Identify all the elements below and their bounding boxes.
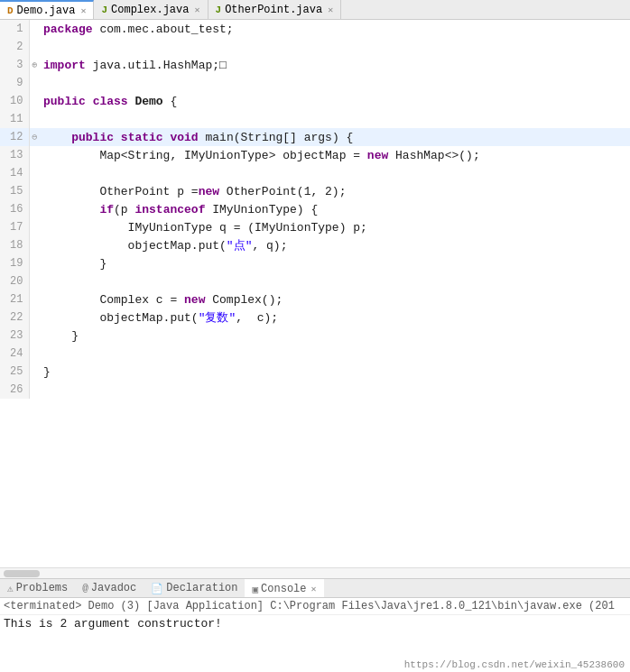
code-scroll-area[interactable]: 1package com.mec.about_test;23⊕import ja…: [0, 20, 630, 567]
java-file-icon: D: [7, 5, 14, 16]
close-icon[interactable]: ✕: [311, 584, 317, 594]
code-line: package com.mec.about_test;: [40, 20, 630, 38]
code-line: IMyUnionType q = (IMyUnionType) p;: [40, 218, 630, 236]
line-number: 25: [0, 363, 29, 381]
code-line: [40, 381, 630, 399]
line-number: 10: [0, 92, 29, 110]
line-number: 21: [0, 290, 29, 308]
tab-problems[interactable]: ⚠ Problems: [0, 579, 75, 597]
code-line: [40, 110, 630, 128]
fold-marker: [29, 327, 40, 345]
code-line: objectMap.put("复数", c);: [40, 308, 630, 327]
code-line: Map<String, IMyUnionType> objectMap = ne…: [40, 146, 630, 164]
line-number: 3: [0, 56, 29, 74]
fold-marker: [29, 218, 40, 236]
line-number: 26: [0, 381, 29, 399]
tab-demo-java[interactable]: D Demo.java ✕: [0, 0, 94, 19]
tab-otherpoint-java[interactable]: J OtherPoint.java ✕: [208, 0, 342, 19]
tab-label: Complex.java: [111, 4, 189, 16]
console-panel: <terminated> Demo (3) [Java Application]…: [0, 598, 630, 672]
code-editor[interactable]: 1package com.mec.about_test;23⊕import ja…: [0, 20, 630, 578]
fold-marker: [29, 74, 40, 92]
code-table: 1package com.mec.about_test;23⊕import ja…: [0, 20, 630, 399]
fold-marker[interactable]: ⊕: [29, 56, 40, 74]
line-number: 13: [0, 146, 29, 164]
fold-marker: [29, 20, 40, 38]
code-line: [40, 164, 630, 182]
line-number: 17: [0, 218, 29, 236]
fold-marker: [29, 236, 40, 254]
problems-icon: ⚠: [7, 583, 14, 594]
tab-label: OtherPoint.java: [225, 4, 322, 16]
fold-marker: [29, 272, 40, 290]
code-line: OtherPoint p =new OtherPoint(1, 2);: [40, 182, 630, 200]
line-number: 14: [0, 164, 29, 182]
fold-marker: [29, 146, 40, 164]
code-line: if(p instanceof IMyUnionType) {: [40, 200, 630, 218]
line-number: 18: [0, 236, 29, 254]
code-line: [40, 74, 630, 92]
tab-label: Demo.java: [17, 5, 76, 17]
code-line: [40, 345, 630, 363]
close-icon[interactable]: ✕: [80, 5, 86, 16]
fold-marker: [29, 308, 40, 327]
line-number: 11: [0, 110, 29, 128]
java-file-icon: J: [101, 5, 107, 15]
fold-marker: [29, 254, 40, 272]
code-line: public class Demo {: [40, 92, 630, 110]
fold-marker: [29, 290, 40, 308]
line-number: 9: [0, 74, 29, 92]
editor-tab-bar: D Demo.java ✕ J Complex.java ✕ J OtherPo…: [0, 0, 630, 20]
horizontal-scrollbar[interactable]: [0, 567, 630, 578]
line-number: 15: [0, 182, 29, 200]
fold-marker: [29, 110, 40, 128]
fold-marker: [29, 38, 40, 56]
fold-marker: [29, 182, 40, 200]
code-line: public static void main(String[] args) {: [40, 128, 630, 146]
fold-marker: [29, 363, 40, 381]
fold-marker: [29, 381, 40, 399]
code-line: }: [40, 327, 630, 345]
console-footer-link: https://blog.csdn.net/weixin_45238600: [0, 658, 630, 672]
fold-marker[interactable]: ⊖: [29, 128, 40, 146]
panel-tab-label: Problems: [16, 582, 69, 594]
line-number: 16: [0, 200, 29, 218]
tab-javadoc[interactable]: @ Javadoc: [75, 579, 144, 597]
console-terminated-line: <terminated> Demo (3) [Java Application]…: [0, 598, 630, 615]
code-line: [40, 272, 630, 290]
panel-tab-bar: ⚠ Problems @ Javadoc 📄 Declaration ▣ Con…: [0, 578, 630, 598]
code-line: [40, 38, 630, 56]
javadoc-icon: @: [82, 583, 88, 594]
panel-tab-label: Console: [261, 583, 306, 595]
fold-marker: [29, 164, 40, 182]
java-file-icon: J: [216, 5, 222, 15]
line-number: 23: [0, 327, 29, 345]
code-line: }: [40, 254, 630, 272]
line-number: 2: [0, 38, 29, 56]
fold-marker: [29, 345, 40, 363]
line-number: 1: [0, 20, 29, 38]
line-number: 22: [0, 308, 29, 327]
tab-complex-java[interactable]: J Complex.java ✕: [94, 0, 208, 19]
line-number: 24: [0, 345, 29, 363]
fold-marker: [29, 200, 40, 218]
line-number: 12: [0, 128, 29, 146]
close-icon[interactable]: ✕: [194, 5, 199, 15]
declaration-icon: 📄: [151, 583, 163, 594]
panel-tab-label: Javadoc: [91, 582, 136, 594]
panel-tab-label: Declaration: [166, 582, 237, 594]
close-icon[interactable]: ✕: [328, 5, 333, 15]
code-line: Complex c = new Complex();: [40, 290, 630, 308]
code-line: import java.util.HashMap;□: [40, 56, 630, 74]
code-line: }: [40, 363, 630, 381]
console-output: This is 2 argument constructor!: [0, 615, 630, 632]
tab-console[interactable]: ▣ Console ✕: [245, 579, 323, 597]
line-number: 20: [0, 272, 29, 290]
console-icon: ▣: [252, 584, 258, 595]
scrollbar-thumb[interactable]: [4, 570, 40, 577]
code-line: objectMap.put("点", q);: [40, 236, 630, 254]
line-number: 19: [0, 254, 29, 272]
tab-declaration[interactable]: 📄 Declaration: [144, 579, 245, 597]
fold-marker: [29, 92, 40, 110]
